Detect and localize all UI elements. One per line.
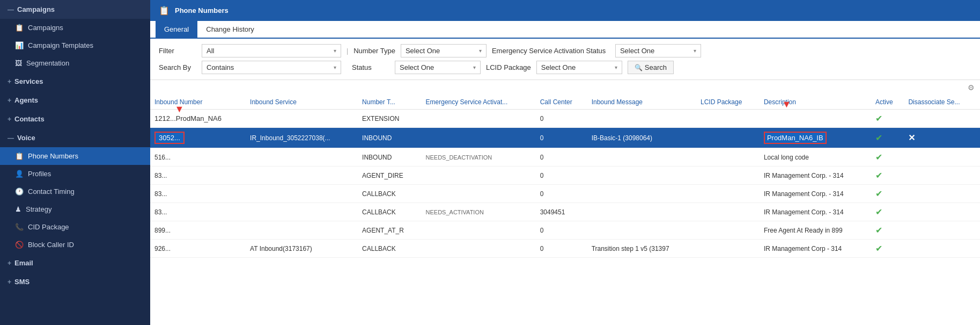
cell-inbound-service-selected: IR_Inbound_3052227038(... (246, 128, 358, 148)
disassociate-close-icon[interactable]: ✕ (908, 133, 915, 142)
lcid-select[interactable]: Select One ▾ (536, 61, 622, 74)
sidebar-item-contact-timing[interactable]: 🕐 Contact Timing (0, 183, 150, 200)
campaigns-icon: 📋 (15, 24, 24, 32)
cell-emergency (422, 110, 536, 128)
cell-inbound-number: 83... (150, 167, 246, 185)
sidebar-item-block-caller-id-label: Block Caller ID (28, 241, 74, 249)
expand-agents-icon: + (8, 97, 11, 104)
tab-general[interactable]: General (156, 21, 197, 39)
segmentation-icon: 🖼 (15, 59, 22, 67)
number-type-select[interactable]: Select One ▾ (401, 44, 487, 57)
cell-call-center: 0 (536, 148, 587, 167)
sidebar-item-campaign-templates[interactable]: 📊 Campaign Templates (0, 37, 150, 54)
table-row[interactable]: 926... AT Inbound(3173167) CALLBACK 0 Tr… (150, 240, 980, 258)
emergency-label: Emergency Service Activation Status (492, 47, 610, 55)
active-check-icon: ✔ (875, 207, 882, 216)
cell-inbound-message (587, 110, 696, 128)
search-button[interactable]: 🔍 Search (628, 61, 674, 74)
lcid-label: LCID Package (486, 63, 531, 71)
sidebar-section-email[interactable]: + Email (0, 254, 150, 272)
main-content: 📋 Phone Numbers General Change History F… (150, 0, 980, 325)
sidebar-item-strategy[interactable]: ♟ Strategy (0, 200, 150, 218)
emergency-select[interactable]: Select One ▾ (615, 44, 701, 57)
cell-number-type: CALLBACK (358, 203, 421, 221)
block-caller-id-icon: 🚫 (15, 241, 24, 249)
table-row-selected[interactable]: 3052... IR_Inbound_3052227038(... INBOUN… (150, 128, 980, 148)
sidebar-section-email-label: Email (14, 259, 33, 267)
table-row[interactable]: 83... CALLBACK NEEDS_ACTIVATION 3049451 … (150, 203, 980, 221)
table-row[interactable]: 899... AGENT_AT_R 0 Free Agent At Ready … (150, 221, 980, 240)
cell-lcid-selected (696, 128, 760, 148)
sidebar-item-campaigns[interactable]: 📋 Campaigns (0, 19, 150, 37)
cell-disassociate (904, 110, 980, 128)
cell-description: IR Management Corp. - 314 (760, 203, 871, 221)
cell-disassociate (904, 167, 980, 185)
sidebar-item-cid-package[interactable]: 📞 CID Package (0, 218, 150, 236)
search-by-caret: ▾ (334, 64, 336, 70)
table-row[interactable]: ▼ 1212...ProdMan_NA6 EXTENSION 0 ▼ ✔ (150, 110, 980, 128)
filter-caret: ▾ (334, 48, 336, 54)
cell-inbound-message (587, 203, 696, 221)
active-check-selected: ✔ (875, 133, 882, 142)
active-check-icon: ✔ (875, 153, 882, 162)
sidebar-section-contacts[interactable]: + Contacts (0, 110, 150, 128)
cell-call-center: 0 (536, 240, 587, 258)
sidebar-section-agents-label: Agents (14, 96, 38, 104)
cell-inbound-number-selected: 3052... (150, 128, 246, 148)
cell-disassociate (904, 185, 980, 203)
filter-label: Filter (159, 47, 196, 55)
search-by-label: Search By (159, 63, 196, 71)
tab-change-history[interactable]: Change History (197, 21, 263, 39)
cell-active: ✔ (871, 240, 904, 258)
sidebar-section-agents[interactable]: + Agents (0, 91, 150, 110)
cell-inbound-number: ▼ 1212...ProdMan_NA6 (150, 110, 246, 128)
cell-inbound-number: 516... (150, 148, 246, 167)
sidebar-section-sms[interactable]: + SMS (0, 272, 150, 291)
sidebar-section-campaigns-label: Campaigns (17, 5, 55, 13)
collapse-voice-icon: — (8, 134, 14, 142)
emergency-value: Select One (620, 47, 654, 55)
table-row[interactable]: 516... INBOUND NEEDS_DEACTIVATION 0 Loca… (150, 148, 980, 167)
table-settings-icon[interactable]: ⚙ (968, 83, 975, 92)
cell-disassociate-selected[interactable]: ✕ (904, 128, 980, 148)
sidebar-item-block-caller-id[interactable]: 🚫 Block Caller ID (0, 236, 150, 254)
status-select[interactable]: Select One ▾ (395, 61, 481, 74)
col-inbound-message: Inbound Message (587, 95, 696, 110)
cell-inbound-service (246, 203, 358, 221)
sidebar-section-campaigns[interactable]: — Campaigns (0, 0, 150, 19)
active-check-icon: ✔ (875, 226, 882, 235)
cell-lcid-package (696, 167, 760, 185)
cell-inbound-message (587, 148, 696, 167)
cell-emergency: NEEDS_DEACTIVATION (422, 148, 536, 167)
cell-number-type: AGENT_AT_R (358, 221, 421, 240)
tabs-bar: General Change History (150, 21, 980, 39)
search-by-select[interactable]: Contains ▾ (202, 61, 341, 74)
cell-number-type-selected: INBOUND (358, 128, 421, 148)
filter-area: Filter All ▾ | Number Type Select One ▾ … (150, 39, 980, 80)
sidebar-section-voice-label: Voice (17, 134, 35, 142)
table-row[interactable]: 83... AGENT_DIRE 0 IR Management Corp. -… (150, 167, 980, 185)
cell-number-type: CALLBACK (358, 240, 421, 258)
sidebar-section-voice[interactable]: — Voice (0, 128, 150, 147)
sidebar-item-strategy-label: Strategy (26, 205, 51, 213)
cell-description: IR Management Corp - 314 (760, 240, 871, 258)
lcid-value: Select One (541, 63, 576, 71)
filter-value: All (207, 47, 214, 55)
cell-active: ✔ (871, 185, 904, 203)
sidebar-item-profiles[interactable]: 👤 Profiles (0, 165, 150, 183)
needs-activation-tag: NEEDS_ACTIVATION (426, 209, 484, 215)
cell-number-type: AGENT_DIRE (358, 167, 421, 185)
sidebar-section-services[interactable]: + Services (0, 72, 150, 91)
cell-call-center-selected: 0 (536, 128, 587, 148)
cell-call-center: 0 (536, 110, 587, 128)
cell-number-type: INBOUND (358, 148, 421, 167)
status-caret: ▾ (473, 64, 476, 70)
col-emergency: Emergency Service Activat... (422, 95, 536, 110)
filter-select[interactable]: All ▾ (202, 44, 341, 57)
cell-inbound-service (246, 167, 358, 185)
sidebar-section-services-label: Services (14, 77, 43, 85)
table-row[interactable]: 83... CALLBACK 0 IR Management Corp. - 3… (150, 185, 980, 203)
arrow-down-num-row1: ▼ (175, 104, 185, 115)
sidebar-item-phone-numbers[interactable]: 📋 Phone Numbers (0, 147, 150, 165)
sidebar-item-segmentation[interactable]: 🖼 Segmentation (0, 54, 150, 72)
